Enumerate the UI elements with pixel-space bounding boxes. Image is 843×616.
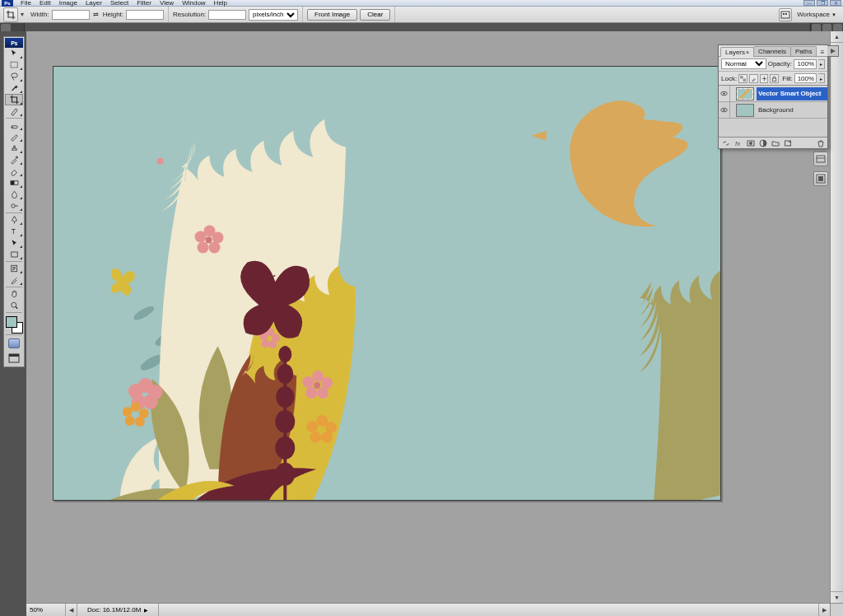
zoom-tool[interactable] <box>5 300 23 311</box>
screen-mode-toggle[interactable] <box>5 352 23 364</box>
lock-position-icon[interactable] <box>760 74 769 83</box>
menu-help[interactable]: Help <box>210 0 231 7</box>
layer-name[interactable]: Vector Smart Object <box>757 87 827 100</box>
layer-style-icon[interactable]: fx <box>733 138 743 147</box>
scroll-right-arrow-icon[interactable]: ▶ <box>818 604 830 616</box>
new-group-icon[interactable] <box>770 138 780 147</box>
opacity-value[interactable]: 100% <box>794 59 817 69</box>
collapsed-panel-button-1[interactable] <box>813 152 828 166</box>
gradient-tool[interactable] <box>5 177 23 189</box>
shape-tool[interactable] <box>5 249 23 260</box>
svg-point-39 <box>317 387 328 399</box>
layer-thumbnail[interactable] <box>736 104 754 117</box>
scroll-up-arrow-icon[interactable]: ▲ <box>831 31 843 43</box>
blur-tool[interactable] <box>5 189 23 200</box>
history-brush-tool[interactable] <box>5 154 23 166</box>
path-selection-tool[interactable] <box>5 237 23 249</box>
menu-select[interactable]: Select <box>106 0 133 7</box>
lock-all-icon[interactable] <box>770 74 779 83</box>
panel-collapse-button[interactable] <box>827 45 839 57</box>
hand-tool[interactable] <box>5 288 23 300</box>
lasso-tool[interactable] <box>5 71 23 82</box>
menu-filter[interactable]: Filter <box>133 0 156 7</box>
panel-menu-icon[interactable]: ≡ <box>817 49 827 56</box>
resolution-input[interactable] <box>208 10 246 20</box>
window-controls: — ❐ ✕ <box>803 0 841 6</box>
svg-point-48 <box>131 402 141 412</box>
svg-point-40 <box>305 387 317 399</box>
clone-stamp-tool[interactable] <box>5 142 23 154</box>
new-layer-icon[interactable] <box>782 138 793 147</box>
crop-tool[interactable] <box>5 94 23 105</box>
blend-mode-select[interactable]: Normal <box>721 58 766 69</box>
layer-thumbnail[interactable] <box>736 87 754 100</box>
svg-point-34 <box>268 340 277 348</box>
visibility-eye-icon[interactable] <box>719 86 730 102</box>
front-image-button[interactable]: Front Image <box>307 9 357 21</box>
document-canvas[interactable] <box>53 66 721 501</box>
healing-brush-tool[interactable] <box>5 119 23 131</box>
notes-tool[interactable] <box>5 263 23 274</box>
foreground-color-swatch[interactable] <box>6 316 17 328</box>
height-input[interactable] <box>126 10 164 20</box>
layer-mask-icon[interactable] <box>745 138 756 147</box>
lock-transparency-icon[interactable] <box>738 74 748 83</box>
swap-dimensions-icon[interactable]: ⇄ <box>92 11 100 18</box>
link-layers-icon[interactable] <box>720 138 731 147</box>
dodge-tool[interactable] <box>5 200 23 212</box>
panel-dock-left[interactable] <box>0 23 25 31</box>
svg-rect-67 <box>818 176 823 181</box>
type-tool[interactable]: T <box>5 226 23 237</box>
window-close-button[interactable]: ✕ <box>830 0 841 6</box>
slice-tool[interactable] <box>5 105 23 117</box>
opacity-spinner[interactable]: ▸ <box>818 59 825 69</box>
zoom-level[interactable]: 50% <box>26 604 66 616</box>
width-input[interactable] <box>52 10 90 20</box>
tab-paths[interactable]: Paths <box>790 46 817 56</box>
quick-mask-toggle[interactable] <box>5 338 23 349</box>
menu-file[interactable]: File <box>16 0 35 7</box>
crop-tool-icon[interactable] <box>3 7 18 22</box>
adjustment-layer-icon[interactable] <box>757 138 768 147</box>
svg-point-55 <box>321 432 333 443</box>
collapsed-panel-button-2[interactable] <box>813 171 828 186</box>
workspace-switcher[interactable]: Workspace▼ <box>797 11 836 18</box>
eyedropper-tool[interactable] <box>5 274 23 286</box>
fill-spinner[interactable]: ▸ <box>818 73 825 83</box>
menu-image[interactable]: Image <box>55 0 82 7</box>
toolbox-header[interactable]: Ps <box>5 38 23 48</box>
fill-value[interactable]: 100% <box>794 73 817 83</box>
menu-edit[interactable]: Edit <box>35 0 55 7</box>
lock-pixels-icon[interactable] <box>749 74 758 83</box>
window-maximize-button[interactable]: ❐ <box>817 0 828 6</box>
scroll-down-arrow-icon[interactable]: ▼ <box>831 591 843 603</box>
resolution-units-select[interactable]: pixels/inch <box>249 9 298 21</box>
pen-tool[interactable] <box>5 214 23 226</box>
panel-dock-right[interactable] <box>810 23 843 31</box>
layer-name[interactable]: Background <box>757 104 827 117</box>
layer-row[interactable]: Vector Smart Object <box>719 86 827 102</box>
tab-layers[interactable]: Layers× <box>720 47 754 57</box>
menu-window[interactable]: Window <box>178 0 209 7</box>
tab-channels[interactable]: Channels <box>753 46 791 56</box>
toolbox: Ps T <box>3 36 25 367</box>
vertical-scrollbar[interactable]: ▲ ▼ <box>830 31 843 603</box>
delete-layer-icon[interactable] <box>815 138 826 147</box>
clear-button[interactable]: Clear <box>360 9 390 21</box>
move-tool[interactable] <box>5 48 23 59</box>
color-swatches[interactable] <box>5 315 23 334</box>
menu-layer[interactable]: Layer <box>82 0 106 7</box>
scroll-left-arrow-icon[interactable]: ◀ <box>66 604 77 616</box>
go-to-bridge-icon[interactable] <box>779 8 792 21</box>
svg-rect-3 <box>11 62 17 68</box>
chevron-down-icon[interactable]: ▾ <box>18 11 26 18</box>
eraser-tool[interactable] <box>5 166 23 177</box>
layer-row[interactable]: Background <box>719 102 827 119</box>
document-info[interactable]: Doc: 16.1M/12.0M▶ <box>77 604 159 616</box>
magic-wand-tool[interactable] <box>5 82 23 94</box>
menu-view[interactable]: View <box>156 0 178 7</box>
visibility-eye-icon[interactable] <box>719 102 730 119</box>
window-minimize-button[interactable]: — <box>803 0 815 6</box>
brush-tool[interactable] <box>5 131 23 142</box>
marquee-tool[interactable] <box>5 59 23 71</box>
